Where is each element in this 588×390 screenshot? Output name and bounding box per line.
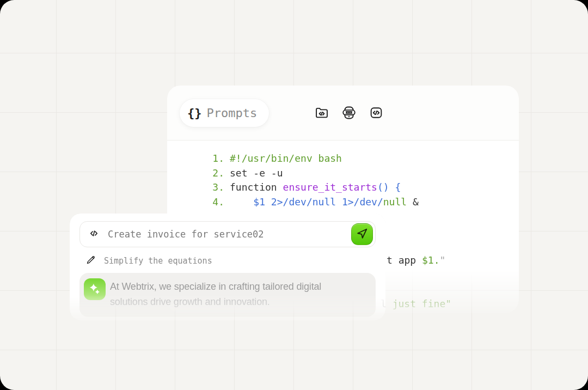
braces-icon: {} [187,106,202,120]
assistant-message-text: At Webtrix, we specialize in crafting ta… [110,278,321,309]
suggestion-item[interactable]: Simplify the equations [70,247,385,267]
assistant-message-line2: solutions drive growth and innovation. [110,294,321,309]
code-line: 4. $1 2>/dev/null 1>/dev/null & [167,195,519,210]
password-button[interactable] [340,103,358,122]
send-button[interactable] [351,223,373,245]
send-icon [356,228,368,241]
code-line: 1.#!/usr/bin/env bash [167,151,519,166]
password-icon [341,105,357,120]
code-line: 3.function ensure_it_starts() { [167,180,519,195]
code-line: 2.set -e -u [167,166,519,181]
code-lines: 1.#!/usr/bin/env bash2.set -e -u3.functi… [167,151,519,210]
assistant-message-line1: At Webtrix, we specialize in crafting ta… [110,279,321,294]
prompt-input[interactable] [107,228,345,240]
prompt-input-row[interactable] [79,221,376,247]
code-icon [88,227,100,242]
folder-code-icon [314,105,329,120]
code-fragment: t app $1." [387,253,445,268]
code-box-icon [369,105,384,120]
composer-panel: Simplify the equations At Webtrix, we sp… [70,214,385,320]
code-box-button[interactable] [367,103,385,122]
prompts-pill[interactable]: {} Prompts [180,99,269,127]
code-fragment: l just fine" [381,297,451,312]
sparkles-icon [84,278,106,300]
page-background: {} Prompts [0,0,588,390]
prompts-header: {} Prompts [167,86,519,141]
prompts-pill-label: Prompts [207,106,258,120]
header-icon-group [313,103,385,122]
code-editor[interactable]: 1.#!/usr/bin/env bash2.set -e -u3.functi… [167,141,519,210]
folder-code-button[interactable] [313,103,331,122]
suggestion-label: Simplify the equations [104,256,212,266]
assistant-message: At Webtrix, we specialize in crafting ta… [79,273,376,317]
pencil-icon [86,254,96,267]
